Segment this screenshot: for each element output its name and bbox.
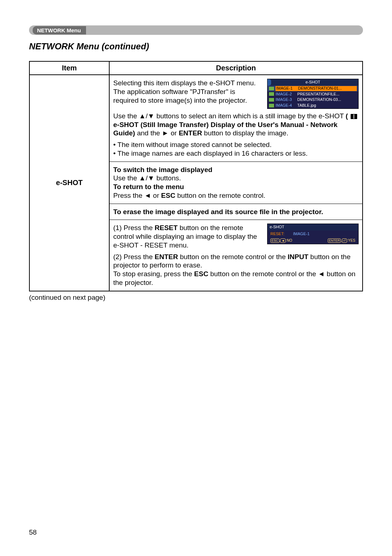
eshot-menu-figure: e-SHOT IMAGE-1 DEMONSTRATION-01... IMAGE…: [267, 79, 359, 109]
switch-text: Use the ▲/▼ buttons.: [113, 174, 359, 183]
main-table: Item Description e-SHOT Selecting this i…: [29, 61, 363, 291]
return-heading: To return to the menu: [113, 183, 359, 191]
eshot-row: IMAGE-3 DEMONSTRATION-03...: [268, 97, 358, 103]
continued-note: (continued on next page): [29, 294, 363, 302]
p1b: The application software "PJTransfer" is…: [113, 88, 247, 104]
eshot-row: IMAGE-2 PRESENTATIONFILE...: [268, 91, 358, 97]
description-cell: Selecting this item displays the e-SHOT …: [109, 75, 363, 291]
eshot-reset-title: e-SHOT: [268, 224, 358, 230]
eshot-menu-title: e-SHOT: [268, 79, 358, 86]
image-icon: [269, 104, 274, 107]
eshot-reset-figure: e-SHOT RESET: IMAGE-1 ESC,◄:NO ENTER: [267, 224, 359, 244]
image-icon: [269, 87, 274, 90]
header-description: Description: [109, 61, 363, 75]
erase-heading: To erase the image displayed and its sou…: [113, 208, 359, 216]
image-icon: [269, 92, 274, 96]
page-number: 58: [29, 528, 37, 536]
eshot-row: IMAGE-4 TABLE.jpg: [268, 103, 358, 109]
header-item: Item: [29, 61, 109, 75]
switch-heading: To switch the image displayed: [113, 165, 359, 174]
step1: (1) Press the RESET button on the remote…: [113, 224, 262, 249]
p1c-pre: Use the ▲/▼ buttons to select an item wh…: [113, 112, 346, 120]
bullet1: • The item without image stored cannot b…: [113, 140, 359, 149]
image-icon: [269, 98, 274, 102]
breadcrumb-bar: NETWORK Menu: [29, 25, 363, 35]
p1a: Selecting this item displays the e-SHOT …: [113, 79, 256, 87]
eshot-row: IMAGE-1 DEMONSTRATION-01...: [268, 86, 358, 91]
step2: (2) Press the ENTER button on the remote…: [113, 251, 359, 289]
book-icon: [351, 114, 357, 119]
bullet2: • The image names are each displayed in …: [113, 149, 359, 158]
breadcrumb: NETWORK Menu: [33, 26, 86, 34]
section-title: NETWORK Menu (continued): [29, 41, 363, 52]
item-cell: e-SHOT: [29, 75, 109, 291]
return-text: Press the ◄ or ESC button on the remote …: [113, 191, 359, 200]
